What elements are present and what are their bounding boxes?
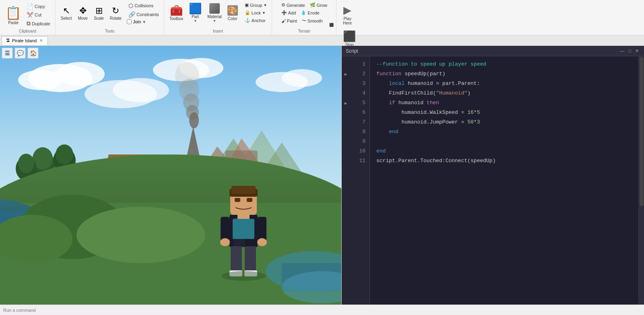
duplicate-icon: ⧉ xyxy=(27,20,31,27)
code-line[interactable]: if humanoid then xyxy=(376,98,632,108)
scene-svg xyxy=(0,46,341,305)
group-button[interactable]: ▣ Group ▼ xyxy=(243,2,269,8)
code-line[interactable]: script.Parent.Touched:Connect(speedUp) xyxy=(376,156,632,166)
material-dropdown[interactable]: ▼ xyxy=(213,19,217,23)
grow-icon: 🌿 xyxy=(310,2,316,8)
paste-icon: 📋 xyxy=(5,5,21,21)
code-editor[interactable]: --function to speed up player speedfunct… xyxy=(370,56,638,305)
viewport-menu-button[interactable]: ☰ xyxy=(2,47,13,59)
group-icon: ▣ xyxy=(245,2,249,8)
code-line[interactable]: humanoid.JumpPower = 50*3 xyxy=(376,117,632,127)
toolbar: 📋 Paste 📄 Copy ✂️ Cut ⧉ Duplicate xyxy=(0,0,644,35)
edit-expand-icon[interactable]: ⬛ xyxy=(329,23,334,27)
constraints-button[interactable]: 🔗 Constraints xyxy=(127,10,161,19)
svg-rect-48 xyxy=(231,186,256,194)
select-icon: ↖ xyxy=(63,6,70,15)
svg-rect-52 xyxy=(233,219,254,239)
paste-button[interactable]: 📋 Paste xyxy=(3,4,23,26)
viewport-toolbar: ☰ 💬 🏠 xyxy=(2,47,39,59)
select-button[interactable]: ↖ Select xyxy=(59,5,74,22)
svg-point-43 xyxy=(76,207,205,263)
paint-button[interactable]: 🖌 Paint xyxy=(280,17,299,25)
generate-button[interactable]: ⚙ Generate xyxy=(280,2,307,8)
code-line[interactable]: --function to speed up player speed xyxy=(376,60,632,69)
gutter-row[interactable]: ▶ xyxy=(342,98,350,108)
script-scrollbar[interactable] xyxy=(638,56,644,305)
code-line[interactable]: FindFirstChild("Humanoid") xyxy=(376,89,632,98)
move-icon: ✥ xyxy=(79,6,87,15)
scale-icon: ⊞ xyxy=(95,6,103,15)
lock-button[interactable]: 🔒 Lock ▼ xyxy=(243,9,269,16)
svg-point-55 xyxy=(220,238,230,246)
command-input[interactable] xyxy=(3,308,641,313)
material-button[interactable]: Material ▼ xyxy=(205,2,224,24)
svg-rect-53 xyxy=(221,217,229,241)
gutter-row xyxy=(342,156,350,166)
grow-button[interactable]: 🌿 Grow xyxy=(308,2,329,8)
tools-label: Tools xyxy=(56,29,164,33)
svg-point-2 xyxy=(56,62,105,86)
play-here-button[interactable]: ▶ Play Here xyxy=(340,2,355,27)
part-icon: 🟦 xyxy=(189,3,202,14)
clipboard-section: 📋 Paste 📄 Copy ✂️ Cut ⧉ Duplicate xyxy=(0,0,56,35)
line-numbers: 1234567891011 xyxy=(350,56,370,305)
add-terrain-button[interactable]: ➕ Add xyxy=(280,9,298,16)
smooth-button[interactable]: 〜 Smooth xyxy=(300,17,324,25)
viewport[interactable]: ☰ 💬 🏠 xyxy=(0,46,341,305)
gutter-row[interactable]: ▶ xyxy=(342,69,350,79)
constraints-icon: 🔗 xyxy=(128,11,135,18)
rotate-button[interactable]: ↻ Rotate xyxy=(108,5,124,22)
paint-icon: 🖌 xyxy=(281,19,286,23)
gutter-row xyxy=(342,108,350,117)
script-close-button[interactable]: ✕ xyxy=(634,48,640,54)
insert-section: 🧰 Toolbox 🟦 Part ▼ Material ▼ 🎨 Color ▣ xyxy=(164,0,272,35)
add-terrain-icon: ➕ xyxy=(281,10,287,15)
toolbox-button[interactable]: 🧰 Toolbox xyxy=(167,4,185,22)
join-row: Join ▼ xyxy=(127,19,161,24)
terrain-label: Terrain xyxy=(272,29,336,33)
part-dropdown[interactable]: ▼ xyxy=(194,19,197,23)
erode-button[interactable]: 💧 Erode xyxy=(299,9,321,16)
script-minimize-button[interactable]: — xyxy=(619,48,625,54)
code-line[interactable]: end xyxy=(376,127,632,137)
gutter-row xyxy=(342,117,350,127)
viewport-chat-button[interactable]: 💬 xyxy=(14,47,26,59)
rotate-icon: ↻ xyxy=(112,6,119,15)
part-button[interactable]: 🟦 Part ▼ xyxy=(187,2,204,24)
collisions-button[interactable]: ⬡ Collisions xyxy=(127,2,161,10)
script-header: Script — □ ✕ xyxy=(342,46,644,56)
viewport-home-button[interactable]: 🏠 xyxy=(27,47,39,59)
code-line[interactable]: function speedUp(part) xyxy=(376,69,632,79)
svg-point-61 xyxy=(221,271,266,281)
move-button[interactable]: ✥ Move xyxy=(76,5,90,22)
color-icon: 🎨 xyxy=(227,5,238,16)
bottombar xyxy=(0,305,644,315)
code-line[interactable] xyxy=(376,137,632,146)
tab-pirate-island[interactable]: 🏝 Pirate Island ✕ xyxy=(2,36,48,45)
script-content: ▶▶ 1234567891011 --function to speed up … xyxy=(342,56,644,305)
join-dropdown-arrow[interactable]: ▼ xyxy=(142,20,146,24)
scrollbar-thumb[interactable] xyxy=(640,57,644,206)
play-section: ▶ Play Here ⬛ Stop ⚙ Game Settings 👥 Tea… xyxy=(336,0,364,35)
duplicate-button[interactable]: ⧉ Duplicate xyxy=(25,19,52,28)
tools-section: ↖ Select ✥ Move ⊞ Scale ↻ Rotate ⬡ Colli… xyxy=(56,0,164,35)
play-here-icon: ▶ xyxy=(343,4,351,16)
script-resize-handle[interactable] xyxy=(638,299,644,305)
code-line[interactable]: humanoid.WalkSpeed = 16*5 xyxy=(376,108,632,117)
gutter-row xyxy=(342,89,350,98)
join-checkbox[interactable] xyxy=(127,19,132,24)
anchor-button[interactable]: ⚓ Anchor xyxy=(243,17,269,24)
tab-close-button[interactable]: ✕ xyxy=(39,38,43,43)
cut-button[interactable]: ✂️ Cut xyxy=(25,11,52,19)
scale-button[interactable]: ⊞ Scale xyxy=(92,5,106,22)
svg-rect-50 xyxy=(247,198,252,202)
script-maximize-button[interactable]: □ xyxy=(627,48,632,54)
svg-point-30 xyxy=(18,154,34,173)
code-line[interactable]: local humanoid = part.Parent: xyxy=(376,79,632,89)
copy-button[interactable]: 📄 Copy xyxy=(25,2,52,10)
svg-point-9 xyxy=(113,78,169,102)
color-button[interactable]: 🎨 Color xyxy=(225,4,240,22)
code-line[interactable]: end xyxy=(376,146,632,156)
toolbox-icon: 🧰 xyxy=(170,5,183,16)
script-top-buttons: — □ ✕ xyxy=(619,48,640,54)
